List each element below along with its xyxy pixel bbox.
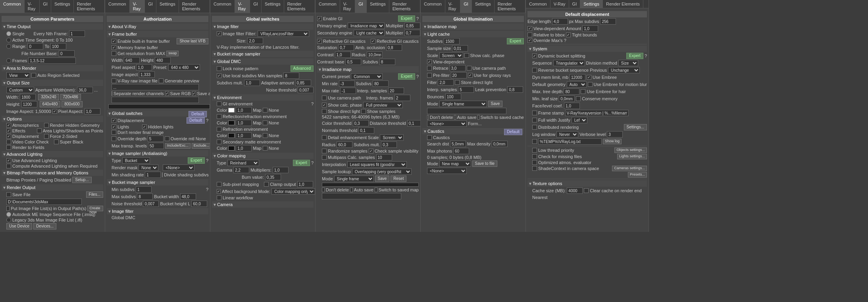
tab-common-5[interactable]: Common <box>421 0 445 13</box>
tab-common-2[interactable]: Common <box>105 0 130 13</box>
sampler-expert-btn[interactable]: Expert <box>188 157 205 164</box>
auto-save-lc-check[interactable] <box>454 115 456 120</box>
tab-vray-6[interactable]: V-Ray <box>550 0 569 8</box>
use-camera-path-check[interactable] <box>322 96 327 100</box>
scale-select[interactable]: Screen <box>380 134 404 141</box>
cameras-settings-btn[interactable]: Cameras settings... <box>612 166 647 171</box>
show-last-vfb-btn[interactable]: Show last VFB <box>177 38 208 44</box>
interp-samples-irr-input[interactable] <box>388 88 404 94</box>
gamma-input[interactable] <box>233 167 249 173</box>
btn-800x600[interactable]: 800x600 <box>62 101 82 107</box>
compute-adv-check[interactable] <box>6 164 11 168</box>
range-from[interactable] <box>27 43 43 50</box>
subdivs-lc-input[interactable] <box>444 38 460 44</box>
file-num-input[interactable] <box>59 50 75 57</box>
raw-path-input[interactable] <box>112 84 199 90</box>
aperture-input[interactable] <box>77 87 93 93</box>
refl-env-multiplier[interactable] <box>236 120 252 126</box>
use-camera-path2-check[interactable] <box>467 66 472 71</box>
bitmap-arrow[interactable]: ▼ <box>2 171 6 175</box>
caustics-mode-select[interactable]: New map <box>439 161 471 167</box>
max-tree-depth-input[interactable] <box>564 88 579 95</box>
width-input[interactable] <box>20 94 36 100</box>
interp-frames-input[interactable] <box>395 95 410 101</box>
atm-check[interactable] <box>6 123 11 128</box>
override-maxs-check[interactable] <box>527 38 532 43</box>
detail-enhance-check[interactable] <box>322 135 327 140</box>
max-density-input[interactable] <box>492 141 508 147</box>
tab-vray-3[interactable]: V-Ray <box>235 0 250 13</box>
max-photons-input[interactable] <box>453 148 469 154</box>
enable-vfb-check[interactable] <box>112 39 116 44</box>
tab-rendel-3[interactable]: Render Elements <box>284 0 315 13</box>
tab-settings-3[interactable]: Settings <box>262 0 284 13</box>
dynamic-bucket-check[interactable] <box>532 54 537 58</box>
output-size-select[interactable]: Custom <box>6 87 34 93</box>
log-path-input[interactable] <box>538 138 602 145</box>
light-cache-arrow[interactable]: ▼ <box>423 32 426 36</box>
tab-common-6[interactable]: Common <box>526 0 550 8</box>
min-shading-input[interactable] <box>145 172 161 178</box>
check-missing-check[interactable] <box>532 154 537 159</box>
tab-vray-4[interactable]: V-Ray <box>340 0 356 13</box>
superblack-check[interactable] <box>54 140 59 144</box>
amb-occl-input[interactable] <box>386 44 402 51</box>
clamp-output-check[interactable] <box>264 182 269 187</box>
show-direct-check[interactable] <box>322 109 327 114</box>
gen-preview-check[interactable] <box>159 78 164 83</box>
displacement-default-btn[interactable]: Default <box>187 117 205 124</box>
log-window-select[interactable]: Never <box>556 131 578 138</box>
force2sided-check[interactable] <box>44 134 49 139</box>
use-device-btn[interactable]: Use Device <box>6 223 32 229</box>
distributed-settings-btn[interactable]: Settings... <box>624 124 647 130</box>
tab-rendel-6[interactable]: Render Elements <box>603 0 643 8</box>
tab-rendel-1[interactable]: Render Elements <box>74 0 105 13</box>
refl-env-map-check[interactable] <box>263 120 268 125</box>
secondary-env-multiplier[interactable] <box>236 145 252 151</box>
division-method-select[interactable]: Size <box>618 60 638 66</box>
save-rgb-check[interactable] <box>165 91 169 96</box>
shade-context-check[interactable] <box>532 166 537 171</box>
justify-select[interactable]: Left <box>572 117 587 123</box>
tab-settings-2[interactable]: Settings <box>156 0 179 13</box>
filter-size-input[interactable] <box>247 38 263 44</box>
tab-gi-4[interactable]: GI <box>355 0 367 13</box>
switch-saved-lc-check[interactable] <box>477 115 479 120</box>
irradiance-arrow[interactable]: ▼ <box>318 67 321 72</box>
override-depth-check[interactable] <box>112 136 116 141</box>
texture-options-arrow[interactable]: ▼ <box>528 182 531 186</box>
type-select[interactable]: Bucket <box>122 157 150 164</box>
dont-delete-lc-check[interactable] <box>427 115 429 120</box>
subdivs-irr-input[interactable] <box>373 80 389 87</box>
secondary-engine-select[interactable]: Light cache <box>354 30 385 36</box>
btn-640x480[interactable]: 640x480 <box>40 101 60 107</box>
tab-gi-6[interactable]: GI <box>569 0 581 8</box>
radio-single[interactable] <box>6 31 11 36</box>
environment-arrow[interactable]: ▼ <box>213 96 216 100</box>
gi-expert-btn[interactable]: Expert <box>398 15 415 22</box>
lc-none-select[interactable]: <None> <box>427 120 467 127</box>
tab-vray-2[interactable]: V-Ray <box>130 0 145 13</box>
gi-env-map-check[interactable] <box>263 108 268 113</box>
refr-env-check[interactable] <box>217 127 221 132</box>
detail-subdivs-input[interactable] <box>381 141 397 148</box>
relative-bbox-check[interactable] <box>527 32 532 37</box>
previous-select[interactable]: Unchange <box>608 67 640 73</box>
lock-noise-check[interactable] <box>217 66 221 71</box>
normals-thresh-input[interactable] <box>358 127 374 134</box>
affect-bg-check[interactable] <box>217 189 221 194</box>
tab-settings-6[interactable]: Settings <box>580 0 603 8</box>
color-mapping-arrow[interactable]: ▼ <box>213 154 216 158</box>
dmc-expert-btn[interactable]: Advanced <box>291 65 314 72</box>
displacement-check[interactable] <box>6 134 11 139</box>
max-transp-input[interactable] <box>148 143 164 149</box>
switch-saved-check[interactable] <box>375 187 377 192</box>
check-sample-vis-check[interactable] <box>369 149 373 153</box>
vray-raw-check[interactable] <box>112 78 116 83</box>
contrast-input[interactable] <box>335 52 351 58</box>
enable-gi-check[interactable] <box>317 16 322 21</box>
full-width-check[interactable] <box>532 118 537 122</box>
gi-env-color-swatch[interactable] <box>228 108 235 113</box>
use-embree-check[interactable] <box>587 75 591 80</box>
output-size-arrow[interactable]: ▼ <box>2 81 6 85</box>
